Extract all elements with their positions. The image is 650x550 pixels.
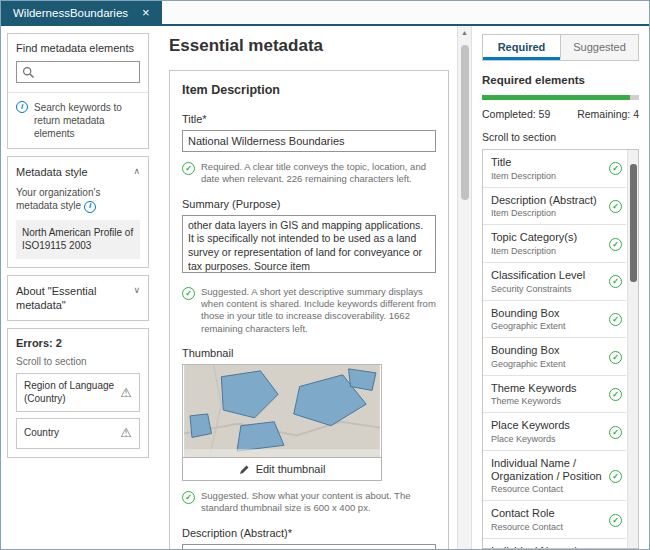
metadata-style-value: North American Profile of ISO19115 2003: [16, 220, 140, 259]
section-item-group: Theme Keywords: [491, 396, 577, 406]
section-item-title: Title: [491, 156, 556, 169]
about-header[interactable]: About "Essential metadata" ∨: [16, 284, 140, 313]
search-field[interactable]: [16, 61, 140, 83]
editor-toolbar: AI ∨ ∨ A ∨: [183, 545, 435, 549]
right-panel: Required Suggested Required elements Com…: [471, 26, 649, 549]
check-icon: ✓: [182, 162, 195, 175]
find-metadata-box: Find metadata elements i Search keywords…: [7, 33, 149, 149]
error-item[interactable]: Region of Language (Country) ⚠: [16, 373, 140, 412]
error-item[interactable]: Country ⚠: [16, 418, 140, 448]
about-box: About "Essential metadata" ∨: [7, 275, 149, 322]
section-list-item[interactable]: Topic Category(s) Item Description ✓: [483, 225, 626, 263]
errors-count: Errors: 2: [16, 337, 140, 349]
section-item-text: Theme Keywords Theme Keywords: [491, 382, 577, 407]
completion-progress-bar: [482, 95, 639, 100]
complete-check-icon: ✓: [609, 426, 622, 439]
section-item-text: Description (Abstract) Item Description: [491, 194, 597, 219]
metadata-style-box: Metadata style ∧ Your organization's met…: [7, 156, 149, 268]
section-item-text: Individual Name / Organization / Positio…: [491, 457, 605, 494]
expand-icon[interactable]: ∨: [133, 285, 140, 297]
section-list-item[interactable]: Individual Name / Organization / Positio…: [483, 539, 626, 549]
view-tab-label: WildernessBoundaries: [13, 7, 128, 19]
tab-required[interactable]: Required: [483, 35, 560, 60]
pencil-icon: [239, 464, 250, 475]
section-item-text: Classification Level Security Constraint…: [491, 269, 585, 294]
section-list-item[interactable]: Place Keywords Place Keywords ✓: [483, 413, 626, 451]
warning-icon: ⚠: [120, 425, 132, 441]
title-input[interactable]: [182, 130, 436, 152]
remaining-count: Remaining: 4: [577, 108, 639, 120]
error-item-label: Country: [24, 427, 59, 440]
title-note: ✓ Required. A clear title conveys the to…: [182, 161, 436, 186]
edit-thumbnail-label: Edit thumbnail: [256, 463, 326, 475]
section-list-item[interactable]: Title Item Description ✓: [483, 150, 626, 188]
complete-check-icon: ✓: [609, 313, 622, 326]
section-item-group: Place Keywords: [491, 434, 570, 444]
warning-icon: ⚠: [120, 385, 132, 401]
view-tab-bar: WildernessBoundaries ×: [1, 1, 649, 26]
rich-text-editor: AI ∨ ∨ A ∨: [182, 544, 436, 549]
divider: [8, 92, 148, 93]
section-item-title: Topic Category(s): [491, 231, 577, 244]
section-item-title: Bounding Box: [491, 344, 566, 357]
map-thumbnail: [182, 364, 382, 458]
edit-thumbnail-button[interactable]: Edit thumbnail: [182, 457, 382, 481]
section-item-title: Individual Name / Organization / Positio…: [491, 545, 605, 549]
close-tab-icon[interactable]: ×: [142, 6, 150, 19]
section-item-group: Item Description: [491, 171, 556, 181]
info-icon[interactable]: i: [16, 101, 28, 113]
errors-box: Errors: 2 Scroll to section Region of La…: [7, 328, 149, 457]
completion-counts: Completed: 59 Remaining: 4: [482, 108, 639, 120]
info-icon[interactable]: i: [84, 201, 96, 213]
elements-tabs: Required Suggested: [482, 34, 639, 61]
tab-suggested[interactable]: Suggested: [560, 35, 638, 60]
section-list-item[interactable]: Individual Name / Organization / Positio…: [483, 451, 626, 501]
check-icon: ✓: [182, 491, 195, 504]
section-item-group: Resource Contact: [491, 484, 605, 494]
section-list-item[interactable]: Bounding Box Geographic Extent ✓: [483, 301, 626, 339]
search-input[interactable]: [35, 66, 134, 78]
scroll-up-arrow-icon[interactable]: ▲: [461, 29, 468, 40]
summary-field-label: Summary (Purpose): [182, 198, 436, 210]
page-title: Essential metadata: [169, 36, 449, 56]
editor-panel: Essential metadata Item Description Titl…: [155, 26, 457, 549]
section-list-item[interactable]: Bounding Box Geographic Extent ✓: [483, 338, 626, 376]
section-list-item[interactable]: Classification Level Security Constraint…: [483, 263, 626, 301]
section-item-group: Geographic Extent: [491, 321, 566, 331]
section-item-text: Bounding Box Geographic Extent: [491, 307, 566, 332]
metadata-style-title: Metadata style: [16, 165, 88, 179]
section-item-text: Title Item Description: [491, 156, 556, 181]
section-item-title: Description (Abstract): [491, 194, 597, 207]
collapse-icon[interactable]: ∧: [133, 166, 140, 178]
section-list-item[interactable]: Description (Abstract) Item Description …: [483, 188, 626, 226]
section-item-text: Contact Role Resource Contact: [491, 507, 563, 532]
complete-check-icon: ✓: [609, 275, 622, 288]
complete-check-icon: ✓: [609, 238, 622, 251]
section-item-text: Bounding Box Geographic Extent: [491, 344, 566, 369]
section-item-title: Theme Keywords: [491, 382, 577, 395]
section-item-group: Security Constraints: [491, 284, 585, 294]
summary-textarea[interactable]: other data layers in GIS and mapping app…: [182, 215, 436, 273]
section-item-group: Resource Contact: [491, 522, 563, 532]
error-item-label: Region of Language (Country): [24, 380, 115, 405]
thumbnail-note: ✓ Suggested. Show what your content is a…: [182, 490, 436, 515]
metadata-style-header[interactable]: Metadata style ∧: [16, 165, 140, 179]
error-list: Region of Language (Country) ⚠ Country ⚠: [16, 373, 140, 448]
section-item-text: Individual Name / Organization / Positio…: [491, 545, 605, 549]
completed-count: Completed: 59: [482, 108, 550, 120]
view-tab-wilderness-boundaries[interactable]: WildernessBoundaries ×: [1, 1, 162, 24]
section-item-title: Classification Level: [491, 269, 585, 282]
section-list: Title Item Description ✓ Description (Ab…: [482, 149, 639, 549]
complete-check-icon: ✓: [609, 388, 622, 401]
find-metadata-title: Find metadata elements: [16, 42, 140, 54]
section-list-scrollbar[interactable]: [627, 150, 638, 548]
editor-scrollbar[interactable]: ▲: [457, 26, 471, 549]
scrollbar-thumb[interactable]: [461, 45, 469, 200]
scrollbar-thumb[interactable]: [630, 164, 637, 282]
section-list-item[interactable]: Contact Role Resource Contact ✓: [483, 501, 626, 539]
section-list-item[interactable]: Theme Keywords Theme Keywords ✓: [483, 376, 626, 414]
section-item-title: Bounding Box: [491, 307, 566, 320]
required-elements-heading: Required elements: [482, 74, 639, 86]
description-field-label: Description (Abstract)*: [182, 527, 436, 539]
title-field-label: Title*: [182, 113, 436, 125]
